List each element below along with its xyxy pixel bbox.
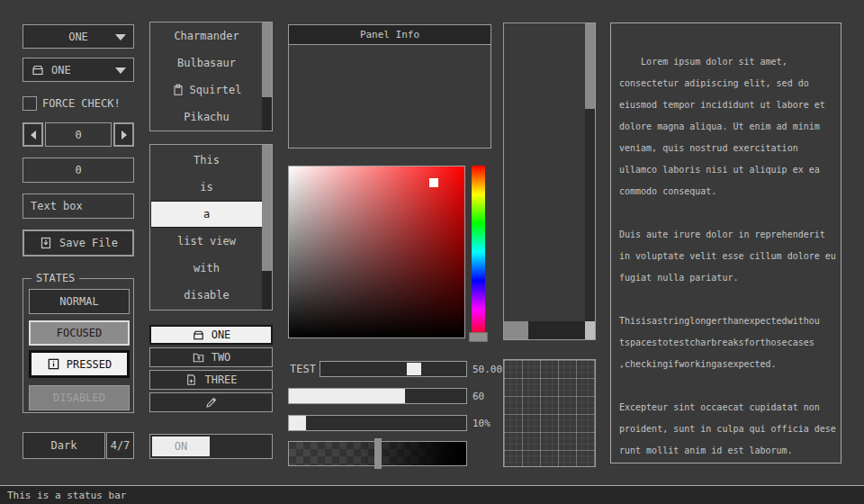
folder-open-icon — [192, 328, 205, 342]
page-indicator-label: 4/7 — [111, 439, 130, 452]
list-item[interactable]: This — [150, 147, 263, 174]
slider-fill[interactable] — [289, 416, 306, 430]
list-item-label: disable — [184, 289, 230, 302]
list-item-label: is — [200, 181, 212, 194]
demo-list-scrollbar[interactable] — [262, 145, 272, 310]
list-item-label: Pikachu — [184, 111, 230, 123]
force-checkbox[interactable] — [22, 96, 37, 111]
state-normal-button[interactable]: NORMAL — [29, 289, 130, 314]
scroll-panel-vscrollbar[interactable] — [585, 23, 595, 321]
list-item-label: Squirtel — [190, 84, 242, 96]
stepper-decrement-button[interactable] — [22, 122, 43, 147]
color-saturation-square[interactable] — [288, 166, 465, 338]
file-plus-icon — [184, 374, 198, 387]
slider-fill[interactable] — [289, 389, 405, 403]
number-field-value: 0 — [75, 164, 81, 176]
toggle-thumb[interactable]: ON — [152, 436, 210, 456]
alpha-thumb[interactable] — [374, 438, 382, 469]
icon-button-three-label: THREE — [204, 374, 237, 386]
list-item[interactable]: Bulbasaur — [150, 50, 263, 76]
scroll-panel — [503, 22, 596, 340]
info-panel-titlebar[interactable]: Panel Info — [289, 25, 490, 45]
status-bar: This is a status bar — [0, 485, 864, 504]
toggle-switch[interactable]: ON — [149, 434, 273, 459]
folder-up-icon — [192, 351, 205, 364]
list-item[interactable]: with — [150, 255, 263, 282]
scrollbar-thumb[interactable] — [585, 23, 595, 109]
scrollbar-thumb[interactable] — [262, 22, 272, 97]
test-slider[interactable] — [320, 361, 467, 377]
save-file-label: Save File — [59, 237, 118, 249]
list-item[interactable]: Charmander — [150, 22, 263, 50]
pokemon-list: Charmander Bulbasaur Squirtel Pikachu — [149, 22, 273, 131]
theme-button[interactable]: Dark — [22, 432, 105, 459]
stepper-increment-button[interactable] — [113, 122, 134, 147]
state-focused-button[interactable]: FOCUSED — [29, 320, 130, 346]
value-slider-value: 60 — [472, 388, 484, 404]
states-group-title: STATES — [32, 272, 79, 284]
state-focused-label: FOCUSED — [57, 327, 103, 339]
icon-button-two[interactable]: TWO — [149, 347, 273, 367]
clipboard-icon — [172, 84, 184, 96]
list-item[interactable]: Squirtel — [150, 76, 263, 104]
stepper-value-field[interactable]: 0 — [45, 122, 112, 147]
list-item[interactable]: is — [150, 174, 263, 201]
list-item-label: Bulbasaur — [177, 57, 236, 69]
theme-button-label: Dark — [51, 439, 77, 452]
folder-open-icon — [31, 63, 45, 77]
app-window: ONE ONE FORCE CHECK! 0 0 Text box Save F… — [0, 0, 864, 504]
dropdown-one-icon[interactable]: ONE — [22, 58, 134, 82]
hue-thumb[interactable] — [469, 332, 488, 342]
info-panel-title: Panel Info — [360, 29, 419, 40]
slider-test-value: 50.00 — [472, 361, 502, 377]
dropdown-one[interactable]: ONE — [22, 24, 134, 49]
icon-button-one[interactable]: ONE — [149, 325, 273, 345]
list-item-selected[interactable]: a — [150, 201, 263, 228]
scrollbar-thumb[interactable] — [504, 321, 528, 339]
force-checkbox-label: FORCE CHECK! — [42, 96, 121, 111]
list-item[interactable]: list view — [150, 228, 263, 255]
state-disabled-button: DISABLED — [29, 385, 130, 410]
text-box-value: Text box — [31, 200, 83, 212]
list-item-label: a — [203, 208, 210, 220]
status-bar-text: This is a status bar — [7, 490, 126, 501]
toggle-label: ON — [175, 440, 187, 453]
value-slider[interactable] — [288, 388, 467, 404]
list-item-label: with — [194, 262, 220, 274]
slider-thumb[interactable] — [407, 363, 421, 375]
chevron-down-icon — [114, 66, 127, 75]
list-item[interactable]: disable — [150, 282, 263, 309]
page-indicator-button[interactable]: 4/7 — [106, 432, 134, 459]
pencil-icon — [204, 395, 219, 410]
scrollbar-corner — [585, 321, 595, 339]
grid-panel — [503, 359, 596, 467]
icon-button-three[interactable]: THREE — [149, 370, 273, 390]
triangle-left-icon — [28, 129, 39, 141]
icon-button-two-label: TWO — [212, 351, 231, 364]
lorem-text-panel: Lorem ipsum dolor sit amet, consectetur … — [610, 22, 842, 464]
dropdown-one-value: ONE — [68, 31, 88, 43]
number-field[interactable]: 0 — [22, 158, 134, 183]
pokemon-list-scrollbar[interactable] — [262, 22, 272, 130]
scrollbar-thumb[interactable] — [262, 145, 272, 271]
save-icon — [39, 236, 53, 250]
demo-list: This is a list view with disable — [149, 144, 273, 310]
triangle-right-icon — [119, 129, 130, 141]
info-panel: Panel Info — [288, 24, 491, 148]
state-pressed-button[interactable]: PRESSED — [29, 350, 130, 378]
scroll-panel-hscrollbar[interactable] — [504, 321, 585, 339]
dropdown-one-icon-value: ONE — [51, 64, 71, 76]
icon-button-one-label: ONE — [212, 328, 231, 341]
save-file-button[interactable]: Save File — [22, 230, 134, 256]
text-box-input[interactable]: Text box — [22, 194, 134, 219]
percent-slider-value: 10% — [472, 415, 490, 431]
list-item[interactable]: Pikachu — [150, 104, 263, 130]
chevron-down-icon — [114, 32, 127, 41]
states-group: STATES NORMAL FOCUSED PRESSED DISABLED — [22, 278, 134, 413]
hue-bar[interactable] — [472, 166, 485, 338]
color-cursor[interactable] — [429, 178, 438, 187]
state-disabled-label: DISABLED — [53, 392, 105, 404]
pencil-button[interactable] — [149, 392, 273, 412]
state-normal-label: NORMAL — [59, 295, 98, 308]
percent-slider[interactable] — [288, 415, 467, 431]
